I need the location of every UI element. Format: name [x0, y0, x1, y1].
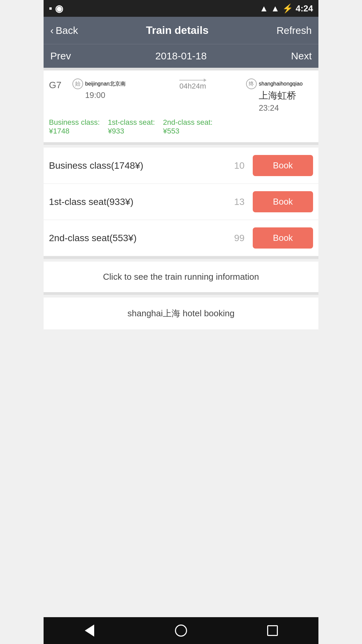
booking-count-business: 10	[226, 160, 253, 171]
origin-station: 始 beijingnan北京南 19:00	[72, 78, 139, 100]
origin-name-chinese: 北京南	[110, 81, 126, 87]
train-number: G7	[49, 78, 72, 91]
origin-icon: 始	[72, 78, 83, 89]
duration-block: 04h24m	[139, 78, 246, 91]
destination-name-row: 终 shanghaihongqiao	[246, 78, 303, 89]
first-class-price-value: ¥933	[108, 127, 155, 136]
section-divider-hotel	[44, 292, 318, 295]
back-button[interactable]: ‹ Back	[50, 25, 78, 36]
camera-icon: ◉	[55, 3, 63, 14]
android-recents-button[interactable]	[262, 621, 283, 641]
second-class-price-label: 2nd-class seat:	[163, 118, 213, 127]
refresh-button[interactable]: Refresh	[277, 25, 312, 36]
origin-name: beijingnan北京南	[85, 80, 126, 88]
booking-row-business: Business class(1748¥) 10 Book	[44, 148, 318, 184]
booking-class-second: 2nd-class seat(553¥)	[49, 233, 226, 244]
hotel-booking-link[interactable]: shanghai上海 hotel booking	[127, 308, 234, 318]
home-circle-icon	[175, 625, 187, 637]
business-price-label: Business class:	[49, 118, 100, 127]
arrow-line	[179, 80, 206, 80]
android-nav-bar	[44, 617, 318, 644]
section-divider-booking	[44, 142, 318, 145]
train-route-row: G7 始 beijingnan北京南 19:00 04h24m 终 shangh…	[49, 78, 313, 113]
bottom-empty-area	[44, 329, 318, 591]
back-triangle-icon	[85, 625, 94, 637]
booking-class-business: Business class(1748¥)	[49, 160, 226, 171]
destination-name-latin: shanghaihongqiao	[259, 81, 303, 87]
duration-arrow	[179, 80, 206, 80]
business-price: Business class: ¥1748	[49, 118, 100, 136]
current-date: 2018-01-18	[155, 50, 206, 62]
android-back-button[interactable]	[79, 621, 100, 641]
destination-time: 23:24	[246, 103, 279, 113]
book-button-business[interactable]: Book	[253, 155, 313, 176]
clock: 4:24	[296, 3, 313, 14]
prev-button[interactable]: Prev	[50, 50, 71, 62]
train-info-section[interactable]: Click to see the train running informati…	[44, 262, 318, 292]
status-left: ▪ ◉	[49, 3, 63, 14]
destination-name-chinese: 上海虹桥	[246, 89, 296, 102]
destination-name: shanghaihongqiao	[259, 81, 303, 87]
origin-time: 19:00	[72, 91, 105, 100]
train-info-link[interactable]: Click to see the train running informati…	[103, 272, 259, 282]
destination-icon: 终	[246, 78, 257, 89]
destination-station: 终 shanghaihongqiao 上海虹桥 23:24	[246, 78, 313, 113]
page-header: ‹ Back Train details Refresh	[44, 17, 318, 44]
status-bar: ▪ ◉ ▲ ▲ ⚡ 4:24	[44, 0, 318, 17]
train-info-card: G7 始 beijingnan北京南 19:00 04h24m 终 shangh…	[44, 70, 318, 142]
wifi-icon: ▲	[259, 3, 268, 14]
android-home-button[interactable]	[171, 621, 191, 641]
origin-name-row: 始 beijingnan北京南	[72, 78, 126, 89]
second-class-price-value: ¥553	[163, 127, 213, 136]
signal-icon: ▲	[271, 3, 280, 14]
section-divider-top	[44, 68, 318, 70]
booking-section: Business class(1748¥) 10 Book 1st-class …	[44, 148, 318, 256]
book-button-first[interactable]: Book	[253, 191, 313, 212]
battery-icon: ⚡	[282, 3, 293, 14]
book-button-second[interactable]: Book	[253, 227, 313, 249]
next-button[interactable]: Next	[291, 50, 312, 62]
page-title: Train details	[146, 24, 208, 37]
date-nav-bar: Prev 2018-01-18 Next	[44, 44, 318, 68]
booking-row-second: 2nd-class seat(553¥) 99 Book	[44, 220, 318, 256]
recents-square-icon	[267, 625, 278, 636]
booking-row-first: 1st-class seat(933¥) 13 Book	[44, 184, 318, 220]
second-class-price: 2nd-class seat: ¥553	[163, 118, 213, 136]
first-class-price-label: 1st-class seat:	[108, 118, 155, 127]
booking-class-first: 1st-class seat(933¥)	[49, 197, 226, 207]
booking-count-first: 13	[226, 197, 253, 207]
section-divider-info	[44, 256, 318, 259]
chevron-left-icon: ‹	[50, 25, 54, 36]
business-price-value: ¥1748	[49, 127, 100, 136]
prices-row: Business class: ¥1748 1st-class seat: ¥9…	[49, 118, 313, 136]
back-label: Back	[56, 25, 78, 36]
hotel-booking-section[interactable]: shanghai上海 hotel booking	[44, 298, 318, 329]
status-right: ▲ ▲ ⚡ 4:24	[259, 3, 313, 14]
sim-icon: ▪	[49, 3, 52, 14]
origin-name-latin: beijingnan	[85, 81, 110, 87]
first-class-price: 1st-class seat: ¥933	[108, 118, 155, 136]
booking-count-second: 99	[226, 233, 253, 244]
duration-text: 04h24m	[179, 82, 206, 91]
